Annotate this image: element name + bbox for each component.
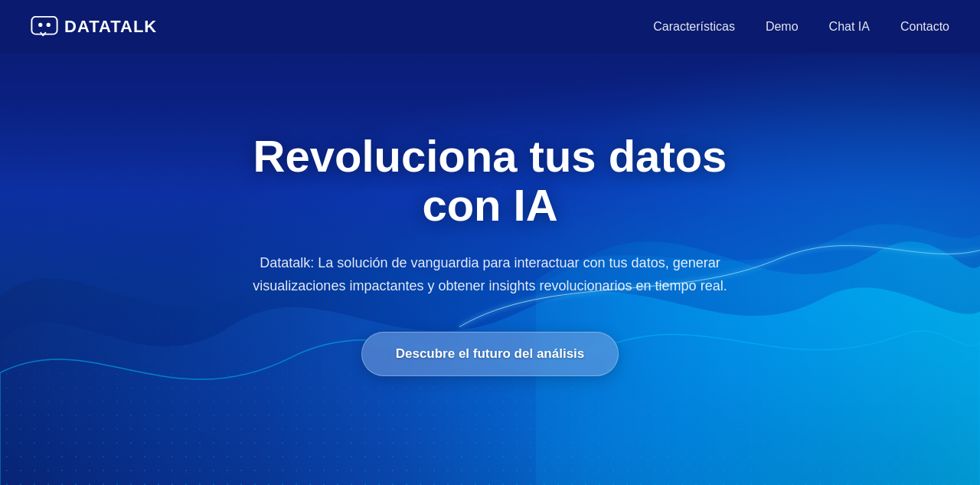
svg-point-2 [47, 23, 51, 27]
hero-subtitle: Datatalk: La solución de vanguardia para… [214, 251, 766, 298]
nav-item-chat-ia[interactable]: Chat IA [829, 20, 870, 34]
nav-item-contacto[interactable]: Contacto [900, 20, 949, 34]
logo-icon [31, 16, 58, 38]
nav-item-demo[interactable]: Demo [766, 20, 799, 34]
nav-links: Características Demo Chat IA Contacto [653, 20, 949, 34]
hero-section: Revoluciona tus datos con IA Datatalk: L… [0, 0, 980, 485]
hero-title: Revoluciona tus datos con IA [214, 132, 766, 230]
logo-text: DATATALK [64, 17, 157, 37]
navbar: DATATALK Características Demo Chat IA Co… [0, 0, 980, 54]
cta-button[interactable]: Descubre el futuro del análisis [361, 332, 619, 376]
nav-item-caracteristicas[interactable]: Características [653, 20, 735, 34]
svg-rect-0 [31, 17, 57, 34]
hero-content: Revoluciona tus datos con IA Datatalk: L… [184, 132, 796, 376]
logo[interactable]: DATATALK [31, 16, 157, 38]
